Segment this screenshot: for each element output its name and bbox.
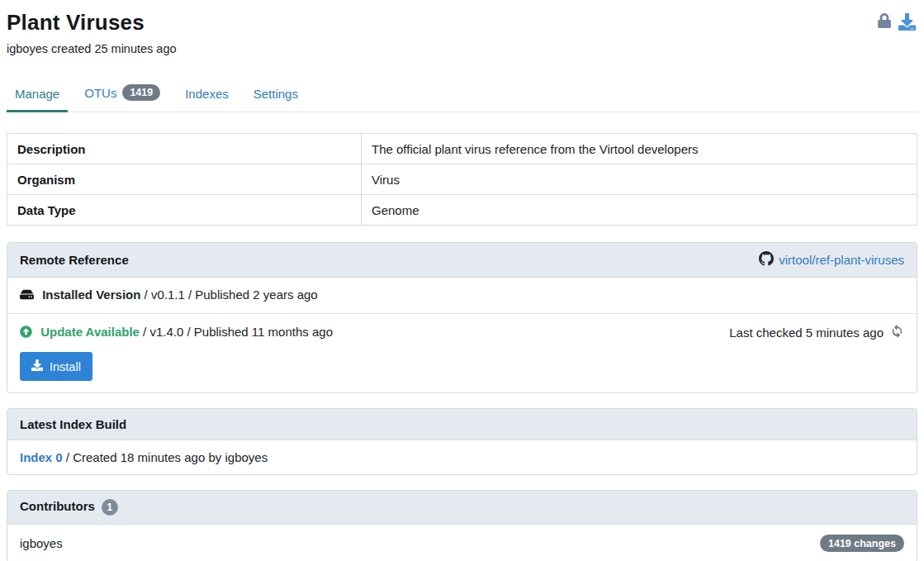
lock-icon[interactable] xyxy=(878,13,891,28)
last-checked-text: Last checked 5 minutes ago xyxy=(729,326,884,340)
contributor-name: igboyes xyxy=(20,536,63,550)
contributors-count-badge: 1 xyxy=(102,499,118,516)
page-title: Plant Viruses xyxy=(7,10,917,36)
update-available-label: Update Available xyxy=(40,325,140,339)
contributors-title: Contributors xyxy=(20,499,95,513)
index-link[interactable]: Index 0 xyxy=(20,450,63,464)
update-available-row: Update Available / v1.4.0 / Published 11… xyxy=(7,313,917,392)
contributor-row: igboyes 1419 changes xyxy=(7,525,917,561)
installed-version-label: Installed Version xyxy=(42,288,140,302)
latest-index-build-panel: Latest Index Build Index 0 / Created 18 … xyxy=(7,408,917,475)
install-download-icon xyxy=(31,359,43,373)
export-download-icon[interactable] xyxy=(898,13,916,31)
arrow-circle-up-icon xyxy=(20,326,32,340)
reference-details-table: Description The official plant virus ref… xyxy=(7,133,917,226)
tab-indexes-label: Indexes xyxy=(185,87,229,101)
github-repo-label: virtool/ref-plant-viruses xyxy=(779,253,904,267)
github-icon xyxy=(759,251,774,269)
tab-indexes[interactable]: Indexes xyxy=(177,80,237,112)
tab-manage-label: Manage xyxy=(15,87,59,101)
latest-index-build-row: Index 0 / Created 18 minutes ago by igbo… xyxy=(7,440,917,474)
tab-manage[interactable]: Manage xyxy=(7,80,68,112)
page-subtitle: igboyes created 25 minutes ago xyxy=(7,42,917,55)
contributor-changes-badge: 1419 changes xyxy=(820,535,904,552)
github-repo-link[interactable]: virtool/ref-plant-viruses xyxy=(759,251,904,269)
install-button[interactable]: Install xyxy=(20,352,92,381)
tab-settings[interactable]: Settings xyxy=(245,80,306,112)
hdd-icon xyxy=(20,288,34,303)
organism-value: Virus xyxy=(362,164,917,195)
contributors-title-wrap: Contributors1 xyxy=(20,499,118,516)
contributors-panel: Contributors1 igboyes 1419 changes xyxy=(7,490,917,561)
last-checked: Last checked 5 minutes ago xyxy=(729,324,904,340)
update-available-text: Update Available / v1.4.0 / Published 11… xyxy=(20,325,333,340)
data-type-value: Genome xyxy=(362,195,917,226)
install-button-label: Install xyxy=(50,360,81,373)
reference-detail-page: Plant Viruses igboyes created 25 minutes… xyxy=(0,0,924,561)
description-value: The official plant virus reference from … xyxy=(362,134,917,164)
contributors-header: Contributors1 xyxy=(7,491,917,525)
table-row-description: Description The official plant virus ref… xyxy=(7,134,917,164)
remote-reference-header: Remote Reference virtool/ref-plant-virus… xyxy=(7,243,917,278)
data-type-label: Data Type xyxy=(7,195,362,226)
table-row-organism: Organism Virus xyxy=(7,164,917,195)
installed-version-detail: / v0.1.1 / Published 2 years ago xyxy=(145,288,318,302)
description-label: Description xyxy=(7,134,362,164)
table-row-data-type: Data Type Genome xyxy=(7,195,917,226)
installed-version-row: Installed Version / v0.1.1 / Published 2… xyxy=(7,278,917,313)
organism-label: Organism xyxy=(7,164,362,195)
otu-count-badge: 1419 xyxy=(122,84,160,101)
remote-reference-title: Remote Reference xyxy=(20,253,129,267)
latest-index-build-title: Latest Index Build xyxy=(20,417,126,431)
tab-settings-label: Settings xyxy=(254,87,298,101)
tab-bar: Manage OTUs 1419 Indexes Settings xyxy=(7,78,917,112)
header-action-icons xyxy=(878,13,916,31)
latest-index-build-header: Latest Index Build xyxy=(7,409,917,440)
remote-reference-panel: Remote Reference virtool/ref-plant-virus… xyxy=(7,242,917,393)
update-available-detail: / v1.4.0 / Published 11 months ago xyxy=(143,325,333,339)
page-header: Plant Viruses igboyes created 25 minutes… xyxy=(7,0,917,55)
index-build-detail: / Created 18 minutes ago by igboyes xyxy=(66,450,268,464)
tab-otus[interactable]: OTUs 1419 xyxy=(76,78,168,112)
refresh-icon[interactable] xyxy=(890,324,904,340)
tab-otus-label: OTUs xyxy=(84,86,116,100)
